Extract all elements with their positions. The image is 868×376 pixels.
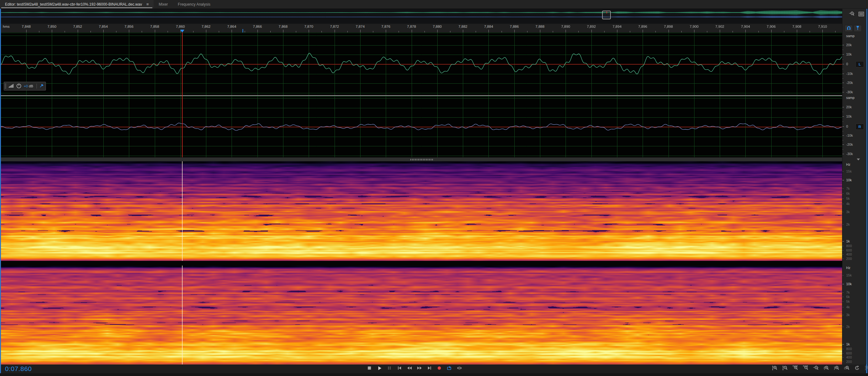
playhead-line-waveform [182,32,183,157]
overview-navigator[interactable] [1,9,866,24]
skip-to-end-button[interactable] [426,365,433,372]
window-bottom-strip [0,373,868,376]
scale-label: 600 [846,248,852,252]
gain-hud: +0 dB [4,82,46,91]
record-button[interactable] [435,365,443,372]
zoom-in-horizontal-button[interactable] [791,365,799,372]
scale-label: 15k [846,169,852,173]
waveform-left-channel[interactable] [1,32,842,95]
ruler-major-tick [797,30,797,32]
scale-tick [842,69,843,69]
marker-tick[interactable] [243,29,243,32]
stop-button[interactable] [366,365,373,372]
splitter-grip [410,159,433,160]
scale-tick [842,83,844,83]
ruler-time-label: 7,858 [150,25,159,28]
zoom-in-at-in-point-button[interactable]: { [822,365,830,372]
zoom-reset-full-button[interactable] [812,365,819,372]
panel-options-button[interactable] [858,11,865,18]
scale-tick [842,78,843,79]
reset-zoom-button[interactable] [853,365,861,372]
zoom-to-selection-button[interactable]: {} [843,365,850,372]
fast-forward-button[interactable] [415,365,423,372]
rewind-button[interactable] [405,365,413,372]
ruler-major-tick [386,30,386,32]
scale-label: 3k [846,210,850,214]
ruler-time-label: 7,864 [227,25,236,28]
gain-value[interactable]: +0 [24,84,28,88]
zoom-out-horizontal-button[interactable] [802,365,809,372]
ruler-major-tick [591,30,592,32]
zoom-in-at-out-point-button[interactable]: } [832,365,840,372]
zoom-out-vertical-button[interactable] [781,365,789,372]
scale-label: 200 [846,360,852,364]
zoom-out-full-button[interactable] [848,11,856,18]
playback-time[interactable]: 0:07.860 [5,365,32,373]
spectrogram-right-channel[interactable] [1,265,842,365]
hud-pin-icon[interactable] [39,84,44,89]
zoom-controls: { } {} [771,365,868,372]
ruler-major-tick [720,30,720,32]
scale-tick [842,315,844,315]
ruler-major-tick [694,30,694,32]
ruler-major-tick [463,30,463,32]
mag-selection-icon: {} [844,366,849,372]
scale-tick [842,116,844,117]
tab-mixer-label: Mixer [159,2,167,6]
marker-pin-button[interactable] [854,25,862,32]
ruler-time-label: 7,856 [125,25,133,28]
scale-label: -30k [846,152,853,156]
zoom-amplitude-button[interactable] [863,365,868,372]
ruler-major-tick [412,30,412,32]
ruler-major-tick [617,30,617,32]
ruler-time-label: 7,872 [330,25,339,28]
hud-drag-handle[interactable] [5,84,6,89]
ruler-major-tick [309,30,309,32]
scale-column[interactable]: samp20k10k0-10k-20k-30kLsamp20k10k0-10k-… [842,9,866,365]
channel-badge-L[interactable]: L [856,61,864,67]
channel-badge-R[interactable]: R [856,124,864,130]
overview-view-handle[interactable] [602,10,611,19]
pause-button[interactable] [385,365,393,372]
shuttle-button[interactable] [455,365,463,372]
ruler-time-label: 7,862 [202,25,211,28]
scale-label: 4k [846,305,850,309]
scale-tick [842,188,844,189]
playhead-marker[interactable] [180,30,184,32]
scale-label: 0 [846,62,848,66]
spectrogram-right-canvas [1,265,842,365]
collapse-arrow-icon[interactable] [857,158,860,160]
gain-knob[interactable] [16,83,22,89]
tab-mixer[interactable]: Mixer [154,0,173,8]
waveform-right-channel[interactable] [1,96,842,157]
scale-label: 2k [846,222,850,226]
scale-label: 10k [846,282,852,286]
scale-label: 200 [846,257,852,260]
tab-frequency-analysis[interactable]: Frequency Analysis [173,0,215,8]
ruler-major-tick [669,30,669,32]
scale-label: 6k [846,295,850,299]
scale-tick [842,250,844,251]
ruler-time-label: 7,870 [304,25,313,28]
scale-tick [842,297,844,297]
timeline-ruler[interactable]: hms 7,8487,8507,8527,8547,8567,8587,8607… [1,24,842,33]
scale-label: -10k [846,133,853,137]
ruler-time-label: 7,884 [484,25,493,28]
svg-text:}: } [834,366,836,370]
scale-tick [842,349,844,349]
volume-meter-icon [8,84,14,89]
toggle-snapping-button[interactable] [845,25,853,32]
ruler-major-tick [155,30,155,32]
scale-label: 1k [846,239,850,243]
spectrogram-left-channel[interactable] [1,161,842,261]
scale-tick [842,246,844,246]
scale-label: 20k [846,105,852,109]
scale-tick [842,180,844,180]
loop-playback-button[interactable] [445,365,453,372]
panel-menu-icon[interactable]: ≡ [146,2,149,6]
zoom-in-vertical-button[interactable] [771,365,778,372]
play-button[interactable] [375,365,383,372]
reset-zoom-icon [854,366,860,372]
skip-to-start-button[interactable] [396,365,403,372]
tab-editor[interactable]: Editor: testISM2a48_testISM2a48.wav-cbr-… [0,0,154,8]
